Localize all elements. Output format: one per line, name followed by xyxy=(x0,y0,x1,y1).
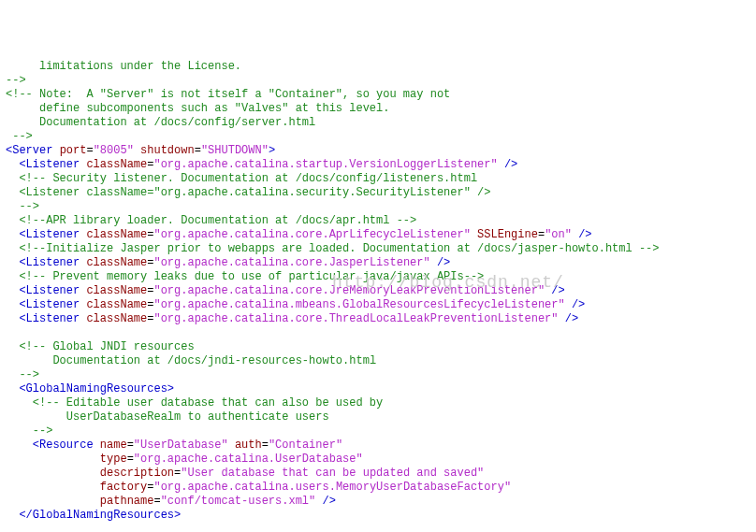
code-token xyxy=(134,144,140,157)
code-token: "org.apache.catalina.users.MemoryUserDat… xyxy=(153,481,511,494)
code-token xyxy=(228,439,235,452)
code-token xyxy=(6,368,19,381)
code-line: --> xyxy=(6,200,750,214)
code-line: <GlobalNamingResources> xyxy=(6,382,750,396)
code-token: shutdown xyxy=(140,144,195,157)
code-token: /> xyxy=(551,284,564,297)
code-line: limitations under the License. xyxy=(6,60,750,74)
code-token: Documentation at /docs/config/server.htm… xyxy=(6,116,315,129)
code-line: <Listener className="org.apache.catalina… xyxy=(6,284,750,298)
code-token: className xyxy=(86,228,147,241)
code-token: <!-- Security listener. Documentation at… xyxy=(19,172,477,185)
code-token: = xyxy=(127,439,134,452)
code-token: factory xyxy=(100,481,147,494)
code-token: "org.apache.catalina.startup.VersionLogg… xyxy=(153,158,497,171)
code-token: </GlobalNamingResources> xyxy=(19,509,181,522)
code-token xyxy=(498,158,504,171)
code-token xyxy=(6,410,66,424)
code-line: <Listener className="org.apache.catalina… xyxy=(6,186,750,200)
code-token xyxy=(430,256,437,269)
code-token: <Listener xyxy=(19,312,80,325)
code-token: = xyxy=(195,144,201,157)
code-token: "8005" xyxy=(94,144,134,157)
code-token: "org.apache.catalina.core.JasperListener… xyxy=(153,256,429,269)
code-token: <GlobalNamingResources> xyxy=(19,382,174,395)
code-token xyxy=(6,312,19,325)
code-line: <Listener className="org.apache.catalina… xyxy=(6,256,750,270)
code-token xyxy=(6,172,19,185)
code-line: --> xyxy=(6,368,750,382)
code-line: <Server port="8005" shutdown="SHUTDOWN"> xyxy=(6,144,750,158)
code-line: --> xyxy=(6,424,750,439)
code-token xyxy=(6,424,33,438)
code-token xyxy=(6,340,19,353)
code-token: = xyxy=(262,439,269,452)
code-line: UserDatabaseRealm to authenticate users xyxy=(6,410,750,424)
code-token: /> xyxy=(572,298,585,311)
code-line: <!-- Global JNDI resources xyxy=(6,340,750,354)
code-token xyxy=(6,284,19,297)
code-line: <Resource name="UserDatabase" auth="Cont… xyxy=(6,439,750,453)
code-token: --> xyxy=(6,74,26,87)
code-token: <Resource xyxy=(33,439,94,452)
code-token: className xyxy=(86,256,147,269)
code-token xyxy=(6,354,52,367)
code-line: </GlobalNamingResources> xyxy=(6,509,750,523)
code-token: /> xyxy=(565,312,578,325)
code-line: <!-- Editable user database that can als… xyxy=(6,396,750,410)
code-token xyxy=(6,214,19,227)
code-token xyxy=(6,228,19,241)
code-line: description="User database that can be u… xyxy=(6,467,750,481)
code-token: "on" xyxy=(545,228,572,241)
code-line: <!-- Security listener. Documentation at… xyxy=(6,172,750,186)
code-token: className xyxy=(86,312,147,325)
code-token: "org.apache.catalina.core.JreMemoryLeakP… xyxy=(153,284,545,297)
code-token: <Listener xyxy=(19,298,80,311)
code-token: "org.apache.catalina.core.ThreadLocalLea… xyxy=(153,312,558,325)
code-token: <Listener xyxy=(19,158,80,171)
code-token xyxy=(6,495,100,508)
code-token xyxy=(6,396,33,410)
code-token: port xyxy=(60,144,87,157)
code-token xyxy=(559,312,565,325)
code-token: limitations under the License. xyxy=(6,60,241,73)
code-token: --> xyxy=(33,424,53,438)
code-token: <!-- Prevent memory leaks due to use of … xyxy=(19,270,484,283)
code-token: className xyxy=(86,284,147,297)
code-token: <!-- Note: A "Server" is not itself a "C… xyxy=(6,88,450,101)
code-line: <Listener className="org.apache.catalina… xyxy=(6,228,750,242)
code-line: factory="org.apache.catalina.users.Memor… xyxy=(6,481,750,495)
code-token: <Listener className="org.apache.catalina… xyxy=(19,186,490,199)
code-token xyxy=(6,467,100,480)
code-token: --> xyxy=(19,368,39,381)
code-token: <!--APR library loader. Documentation at… xyxy=(19,214,416,227)
code-line: <!--APR library loader. Documentation at… xyxy=(6,214,750,228)
code-token: > xyxy=(269,144,275,157)
code-token xyxy=(6,242,19,255)
code-token: <Listener xyxy=(19,228,80,241)
code-line xyxy=(6,523,750,532)
code-token: SSLEngine xyxy=(477,228,538,241)
code-token: "SHUTDOWN" xyxy=(201,144,269,157)
code-token: className xyxy=(86,298,147,311)
code-token: pathname xyxy=(100,495,154,508)
code-line: Documentation at /docs/jndi-resources-ho… xyxy=(6,354,750,368)
code-block: limitations under the License.--><!-- No… xyxy=(6,60,750,532)
code-line: <!--Initialize Jasper prior to webapps a… xyxy=(6,242,750,256)
code-token xyxy=(6,453,100,466)
code-token: "conf/tomcat-users.xml" xyxy=(161,495,316,508)
code-line: <!-- Note: A "Server" is not itself a "C… xyxy=(6,88,750,102)
code-token xyxy=(6,256,19,269)
code-token: define subcomponents such as "Valves" at… xyxy=(6,102,389,115)
code-token: "org.apache.catalina.mbeans.GlobalResour… xyxy=(153,298,564,311)
code-token: <!--Initialize Jasper prior to webapps a… xyxy=(19,242,659,255)
code-token: "User database that can be updated and s… xyxy=(181,467,484,480)
code-token: "UserDatabase" xyxy=(134,439,228,452)
code-line: Documentation at /docs/config/server.htm… xyxy=(6,116,750,130)
code-token: = xyxy=(153,495,160,508)
code-line: --> xyxy=(6,74,750,88)
code-token: <!-- Global JNDI resources xyxy=(19,340,194,353)
code-token xyxy=(6,509,19,522)
code-token: <!-- Editable user database that can als… xyxy=(33,396,383,410)
code-line: --> xyxy=(6,130,750,144)
